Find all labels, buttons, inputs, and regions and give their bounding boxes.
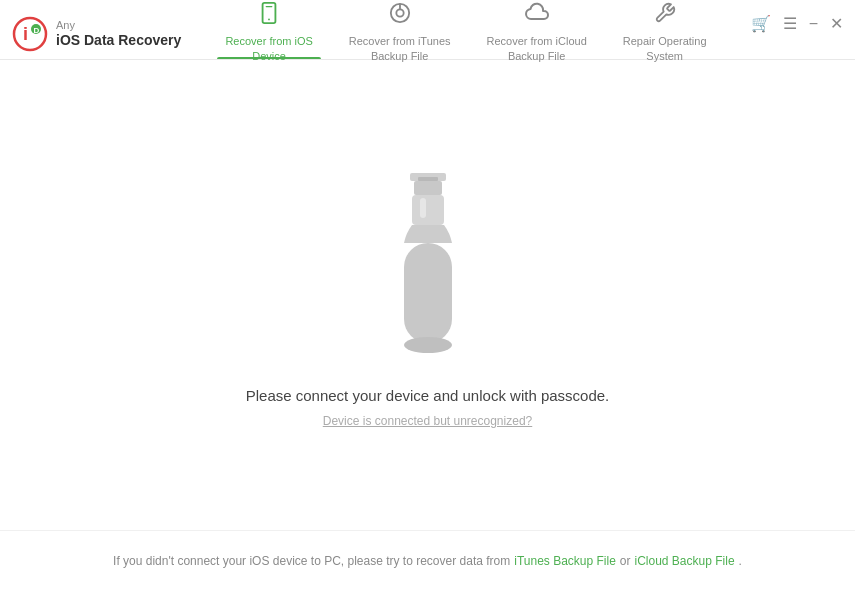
tab-itunes-label: Recover from iTunesBackup File: [349, 34, 451, 63]
phone-icon: [258, 2, 280, 30]
footer-conjunction: or: [620, 554, 631, 568]
tab-itunes-backup[interactable]: Recover from iTunesBackup File: [331, 8, 469, 59]
lightning-cable-svg: [368, 163, 488, 363]
icloud-backup-link[interactable]: iCloud Backup File: [635, 554, 735, 568]
menu-button[interactable]: ☰: [783, 14, 797, 33]
connect-message: Please connect your device and unlock wi…: [246, 387, 610, 404]
cart-button[interactable]: 🛒: [751, 14, 771, 33]
tab-ios-device[interactable]: Recover from iOSDevice: [207, 8, 330, 59]
svg-rect-12: [418, 177, 438, 181]
itunes-backup-link[interactable]: iTunes Backup File: [514, 554, 616, 568]
repair-icon: [654, 2, 676, 30]
window-controls: 🛒 ☰ − ✕: [751, 14, 843, 33]
footer: If you didn't connect your iOS device to…: [0, 530, 855, 590]
tab-icloud-backup[interactable]: Recover from iCloudBackup File: [469, 8, 605, 59]
title-bar: i D Any iOS Data Recovery Recover from i…: [0, 0, 855, 60]
svg-point-0: [14, 18, 46, 50]
main-content: Please connect your device and unlock wi…: [0, 60, 855, 530]
svg-text:i: i: [23, 24, 28, 44]
svg-point-6: [268, 19, 270, 21]
svg-text:D: D: [34, 26, 40, 35]
footer-prefix: If you didn't connect your iOS device to…: [113, 554, 510, 568]
footer-suffix: .: [739, 554, 742, 568]
itunes-icon: [389, 2, 411, 30]
svg-rect-11: [414, 181, 442, 195]
svg-point-8: [396, 10, 403, 17]
tab-repair-os[interactable]: Repair OperatingSystem: [605, 8, 725, 59]
svg-point-15: [404, 337, 452, 353]
tab-icloud-label: Recover from iCloudBackup File: [487, 34, 587, 63]
app-main-title: iOS Data Recovery: [56, 32, 181, 49]
svg-rect-14: [404, 243, 452, 343]
cable-illustration: [368, 163, 488, 363]
minimize-button[interactable]: −: [809, 15, 818, 33]
logo-area: i D Any iOS Data Recovery: [12, 16, 181, 52]
svg-rect-13: [412, 195, 444, 225]
app-logo-icon: i D: [12, 16, 48, 52]
tab-repair-label: Repair OperatingSystem: [623, 34, 707, 63]
close-button[interactable]: ✕: [830, 14, 843, 33]
app-title: Any iOS Data Recovery: [56, 19, 181, 49]
tab-ios-device-label: Recover from iOSDevice: [225, 34, 312, 63]
cloud-icon: [525, 2, 549, 30]
unrecognized-link[interactable]: Device is connected but unrecognized?: [323, 414, 532, 428]
app-any-label: Any: [56, 19, 181, 32]
svg-rect-16: [420, 198, 426, 218]
nav-tabs: Recover from iOSDevice Recover from iTun…: [207, 8, 724, 59]
